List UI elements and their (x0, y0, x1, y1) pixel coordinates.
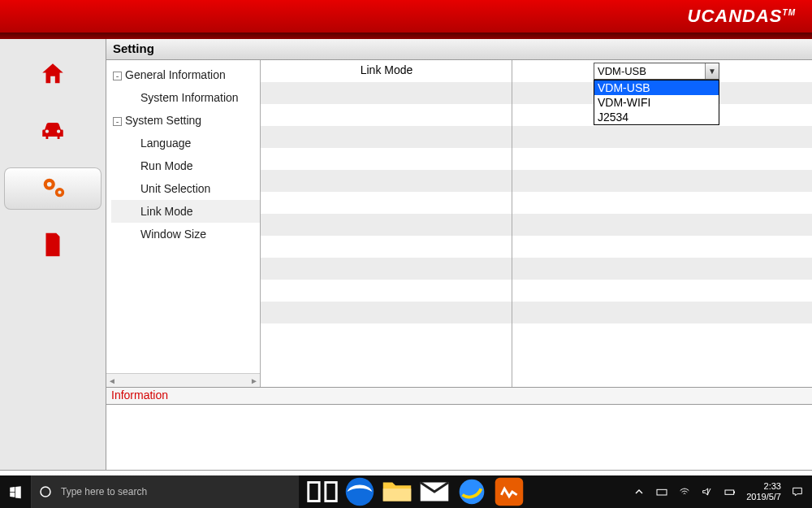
volume-icon (701, 485, 714, 498)
link-mode-label: Link Mode (261, 63, 512, 76)
gears-icon (39, 174, 67, 204)
edge-icon (341, 473, 378, 508)
information-body (106, 405, 812, 470)
tree-h-scrollbar[interactable]: ◄► (106, 373, 260, 387)
windows-taskbar: Type here to search 2:33 2019/5/7 (0, 475, 812, 508)
grid-label-column (261, 60, 512, 387)
taskbar-explorer[interactable] (378, 475, 416, 508)
taskbar-ie[interactable] (453, 475, 490, 508)
task-view-icon (304, 473, 341, 508)
brand-name: UCANDAS (688, 6, 783, 26)
header-shadow (0, 33, 812, 39)
information-header: Information (106, 387, 812, 405)
panel-title: Setting (106, 39, 812, 60)
windows-icon (8, 484, 23, 499)
link-mode-dropdown: VDM-USB VDM-WIFI J2534 (594, 80, 719, 125)
wifi-icon (678, 485, 691, 498)
tree-label: Window Size (140, 228, 206, 241)
collapse-icon[interactable]: - (113, 72, 122, 80)
svg-rect-10 (734, 491, 735, 493)
link-mode-select[interactable]: VDM-USB ▼ (594, 63, 719, 80)
settings-tree: -General Information System Information … (106, 60, 261, 387)
nav-vehicle[interactable] (4, 111, 102, 153)
tray-wifi[interactable] (678, 485, 691, 498)
tree-window-size[interactable]: Window Size (111, 223, 260, 245)
link-mode-option-2[interactable]: J2534 (594, 110, 719, 124)
nav-home[interactable] (4, 54, 102, 96)
tray-volume[interactable] (701, 485, 714, 498)
tree-label: Unit Selection (140, 182, 210, 195)
svg-rect-8 (657, 489, 667, 495)
tray-battery[interactable] (723, 485, 736, 498)
folder-icon (378, 473, 416, 508)
taskbar-mail[interactable] (416, 475, 453, 508)
tree-general-information[interactable]: -General Information (111, 63, 260, 86)
dropdown-arrow-icon[interactable]: ▼ (705, 63, 719, 79)
clock-date: 2019/5/7 (746, 492, 781, 502)
nav-settings[interactable] (4, 167, 102, 210)
keyboard-icon (655, 485, 668, 498)
scroll-right-icon[interactable]: ► (250, 376, 258, 385)
scroll-left-icon[interactable]: ◄ (108, 376, 116, 385)
settings-grid: Link Mode VDM-USB ▼ VDM-USB VDM-WIFI J25… (261, 60, 812, 387)
brand-tm: TM (783, 8, 796, 17)
app-header: UCANDASTM (0, 0, 812, 33)
chevron-up-icon (633, 485, 646, 498)
nav-sidebar (0, 39, 106, 470)
svg-rect-7 (495, 478, 524, 506)
svg-point-0 (41, 487, 50, 497)
cortana-icon (38, 484, 53, 499)
tray-chevron[interactable] (633, 485, 646, 498)
tree-label: Run Mode (140, 159, 193, 172)
ie-icon (453, 473, 490, 508)
svg-rect-4 (383, 488, 412, 501)
tree-language[interactable]: Language (111, 132, 260, 154)
search-placeholder: Type here to search (61, 486, 147, 497)
tree-system-information[interactable]: System Information (111, 86, 260, 109)
tree-label: Language (140, 137, 191, 150)
svg-rect-2 (326, 483, 336, 501)
taskbar-search[interactable]: Type here to search (31, 475, 299, 508)
task-view-button[interactable] (304, 475, 341, 508)
link-mode-option-0[interactable]: VDM-USB (594, 80, 719, 95)
taskbar-app-active[interactable] (490, 475, 528, 508)
svg-point-3 (346, 478, 374, 506)
action-center[interactable] (791, 485, 804, 498)
taskbar-edge[interactable] (341, 475, 378, 508)
notification-icon (791, 485, 804, 498)
home-icon (39, 60, 67, 90)
report-icon (39, 231, 67, 261)
taskbar-clock[interactable]: 2:33 2019/5/7 (746, 481, 781, 502)
collapse-icon[interactable]: - (113, 117, 122, 126)
link-mode-option-1[interactable]: VDM-WIFI (594, 95, 719, 110)
diag-app-icon (490, 473, 528, 508)
nav-report[interactable] (4, 224, 102, 267)
start-button[interactable] (0, 475, 31, 508)
svg-rect-1 (309, 483, 319, 501)
clock-time: 2:33 (746, 481, 781, 492)
link-mode-value: VDM-USB (598, 65, 646, 77)
tree-link-mode[interactable]: Link Mode (111, 200, 260, 223)
battery-icon (723, 485, 736, 498)
tree-label: System Setting (125, 114, 201, 127)
tray-keyboard[interactable] (655, 485, 668, 498)
car-icon (39, 117, 67, 147)
tree-label: General Information (125, 68, 226, 81)
brand-logo: UCANDASTM (688, 6, 796, 27)
tree-run-mode[interactable]: Run Mode (111, 154, 260, 177)
tree-unit-selection[interactable]: Unit Selection (111, 177, 260, 200)
svg-rect-9 (725, 490, 734, 494)
tree-label: Link Mode (140, 205, 193, 218)
tree-label: System Information (140, 91, 239, 104)
tree-system-setting[interactable]: -System Setting (111, 109, 260, 132)
mail-icon (416, 473, 453, 508)
